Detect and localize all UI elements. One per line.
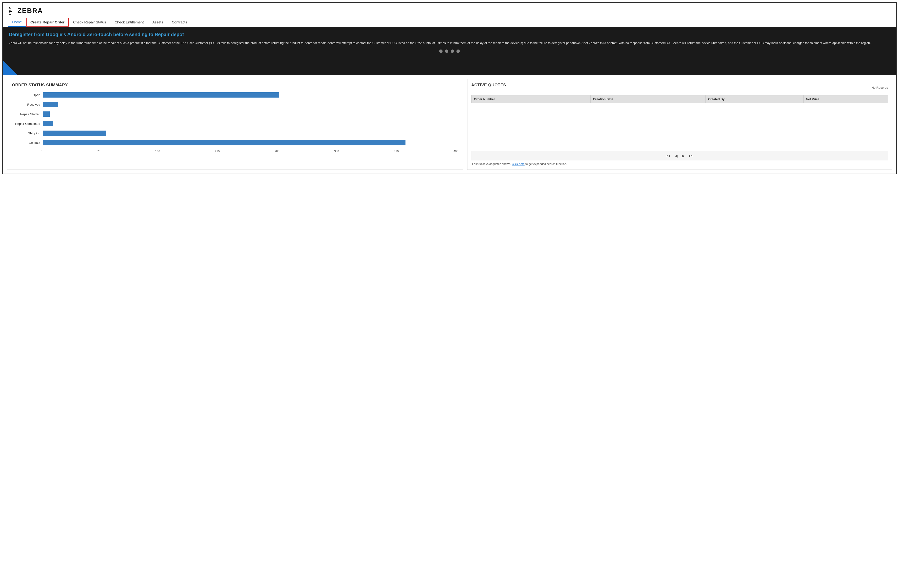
pagination-first[interactable]: ⏮ [666,153,671,158]
x-axis-label: 350 [334,150,339,153]
banner-title: Deregister from Google's Android Zero-to… [9,32,890,37]
pagination-next[interactable]: ▶ [681,153,686,159]
header: ZEBRA Home Create Repair Order Check Rep… [3,3,896,27]
svg-rect-0 [9,7,10,8]
x-axis-label: 280 [275,150,280,153]
dot-3[interactable] [451,49,454,53]
bar-row: Repair Completed [14,121,456,126]
bar-fill [43,102,58,107]
svg-rect-4 [9,12,10,13]
svg-rect-5 [9,14,11,15]
nav-assets[interactable]: Assets [148,18,167,26]
carousel-dots [9,49,890,53]
x-axis-label: 490 [454,150,458,153]
order-status-summary: ORDER STATUS SUMMARY OpenReceivedRepair … [7,79,463,170]
quotes-header: ACTIVE QUOTES No Records [471,83,888,92]
bar-label: Open [14,93,43,97]
pagination-bar: ⏮ ◀ ▶ ⏭ [471,151,888,161]
bar-row: Shipping [14,131,456,136]
banner-body: Zebra will not be responsible for any de… [9,41,890,46]
col-created-by: Created By [706,96,803,103]
bar-label: On Hold [14,141,43,145]
quotes-table: Order Number Creation Date Created By Ne… [471,95,888,151]
svg-rect-1 [9,8,11,9]
announcement-banner: Deregister from Google's Android Zero-to… [3,27,896,75]
nav-home[interactable]: Home [8,17,26,27]
bar-label: Shipping [14,131,43,135]
brand-name: ZEBRA [17,7,43,15]
col-net-price: Net Price [803,96,888,103]
chart-area: OpenReceivedRepair StartedRepair Complet… [12,92,458,145]
bar-label: Repair Started [14,113,43,116]
zebra-logo-icon [8,6,17,15]
pagination-last[interactable]: ⏭ [688,153,694,158]
no-records-label: No Records [871,86,888,90]
svg-rect-3 [9,11,12,12]
dot-4[interactable] [456,49,460,53]
bar-container [43,121,456,126]
x-axis-label: 210 [215,150,219,153]
dot-2[interactable] [445,49,448,53]
nav-create-repair-order[interactable]: Create Repair Order [26,18,69,26]
bar-container [43,131,456,136]
pagination-prev[interactable]: ◀ [673,153,678,159]
bar-fill [43,140,405,145]
nav-check-entitlement[interactable]: Check Entitlement [110,18,148,26]
x-axis-labels: 070140210280350420490 [41,150,458,153]
order-status-title: ORDER STATUS SUMMARY [12,83,458,88]
bar-row: Open [14,92,456,97]
x-axis-label: 140 [155,150,160,153]
nav-check-repair-status[interactable]: Check Repair Status [69,18,111,26]
bar-fill [43,121,53,126]
nav-contracts[interactable]: Contracts [167,18,192,26]
bar-fill [43,111,50,117]
quotes-table-body [471,103,888,151]
active-quotes-panel: ACTIVE QUOTES No Records Order Number Cr… [467,79,892,170]
x-axis-label: 0 [41,150,42,153]
bar-row: Received [14,102,456,107]
col-creation-date: Creation Date [590,96,706,103]
bar-row: Repair Started [14,111,456,117]
quotes-title: ACTIVE QUOTES [471,83,506,88]
bar-fill [43,131,106,136]
content-area: ORDER STATUS SUMMARY OpenReceivedRepair … [3,75,896,174]
footer-text: Last 30 days of quotes shown. [472,162,511,166]
logo-area: ZEBRA [8,6,891,15]
banner-triangle-decoration [3,60,17,75]
x-axis-label: 420 [394,150,399,153]
bar-container [43,92,456,97]
bar-container [43,140,456,145]
main-nav: Home Create Repair Order Check Repair St… [8,17,891,27]
col-order-number: Order Number [471,96,591,103]
bar-container [43,111,456,117]
page-container: ZEBRA Home Create Repair Order Check Rep… [2,2,897,174]
quotes-footer-note: Last 30 days of quotes shown. Click here… [471,161,888,166]
bar-fill [43,92,279,97]
footer-suffix: to get expanded search function. [525,162,567,166]
bar-row: On Hold [14,140,456,145]
bar-container [43,102,456,107]
bar-label: Repair Completed [14,122,43,125]
dot-1[interactable] [439,49,443,53]
bar-chart: OpenReceivedRepair StartedRepair Complet… [12,92,458,153]
x-axis-label: 70 [97,150,100,153]
svg-rect-2 [9,10,11,11]
quotes-table-head: Order Number Creation Date Created By Ne… [471,96,888,103]
footer-click-here-link[interactable]: Click here [512,162,524,166]
bar-label: Received [14,103,43,106]
